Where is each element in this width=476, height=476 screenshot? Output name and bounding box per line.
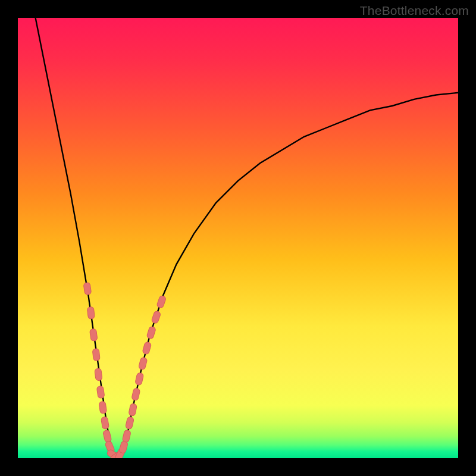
curve-marker xyxy=(90,328,98,341)
curve-marker xyxy=(146,326,156,339)
curve-marker xyxy=(92,349,100,361)
curve-marker xyxy=(103,430,112,443)
curve-marker xyxy=(125,416,134,430)
chart-frame: TheBottleneck.com xyxy=(0,0,476,476)
curve-marker xyxy=(129,403,137,416)
watermark-text: TheBottleneck.com xyxy=(360,4,469,18)
curve-marker xyxy=(135,372,144,386)
curve-layer xyxy=(18,18,458,458)
curve-marker xyxy=(151,311,161,324)
curve-marker xyxy=(87,306,95,319)
marker-group xyxy=(83,282,167,458)
curve-marker xyxy=(83,282,92,295)
curve-marker xyxy=(95,368,102,381)
curve-marker xyxy=(131,388,140,401)
curve-marker xyxy=(122,430,131,443)
curve-marker xyxy=(101,416,109,430)
curve-marker xyxy=(99,401,107,414)
curve-marker xyxy=(142,342,152,355)
curve-marker xyxy=(96,386,105,398)
curve-marker xyxy=(156,295,167,308)
curve-marker xyxy=(119,440,129,453)
curve-marker xyxy=(138,357,148,370)
plot-area xyxy=(18,18,458,458)
